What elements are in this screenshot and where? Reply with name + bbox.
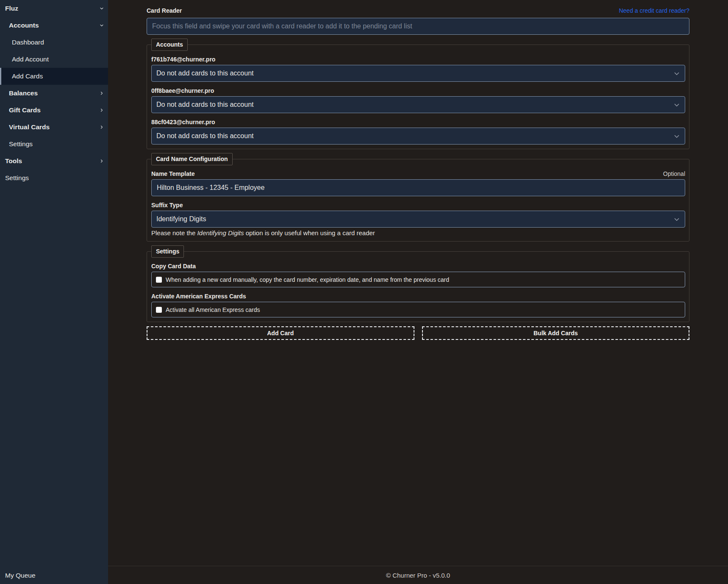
suffix-type-select[interactable]: Identifying Digits — [151, 211, 685, 228]
select-value: Do not add cards to this account — [156, 101, 253, 108]
account-email-label: 88cf0423@churner.pro — [151, 118, 685, 126]
suffix-note: Please note the Identifying Digits optio… — [151, 229, 685, 237]
copy-card-data-label: Copy Card Data — [151, 262, 685, 270]
bulk-add-cards-button[interactable]: Bulk Add Cards — [422, 326, 690, 340]
activate-amex-checkbox[interactable] — [156, 307, 162, 313]
account-email-label: f761b746@churner.pro — [151, 56, 685, 64]
checkbox-label: Activate all American Express cards — [166, 306, 260, 313]
account-email-label: 0ff8baee@churner.pro — [151, 87, 685, 95]
sidebar-item-gift-cards[interactable]: Gift Cards — [0, 102, 108, 119]
card-name-fieldset: Card Name Configuration Name Template Op… — [147, 153, 689, 242]
add-card-button[interactable]: Add Card — [147, 326, 414, 340]
chevron-down-icon — [99, 6, 104, 11]
sidebar: Fluz Accounts Dashboard Add Account Add … — [0, 0, 108, 584]
copy-card-data-row[interactable]: When adding a new card manually, copy th… — [151, 272, 685, 287]
sidebar-item-my-queue[interactable]: My Queue — [0, 567, 108, 584]
accounts-legend: Accounts — [151, 39, 188, 51]
activate-amex-label: Activate American Express Cards — [151, 292, 685, 300]
chevron-down-icon — [673, 70, 681, 78]
sidebar-item-tools[interactable]: Tools — [0, 153, 108, 170]
card-reader-input[interactable] — [147, 18, 689, 35]
sidebar-item-label: Settings — [9, 140, 33, 148]
accounts-fieldset: Accounts f761b746@churner.pro Do not add… — [147, 39, 689, 149]
name-template-input[interactable] — [151, 179, 685, 196]
sidebar-item-dashboard[interactable]: Dashboard — [0, 34, 108, 51]
sidebar-item-label: Accounts — [9, 22, 39, 29]
chevron-right-icon — [99, 108, 104, 113]
content: Card Reader Need a credit card reader? A… — [147, 0, 689, 566]
activate-amex-row[interactable]: Activate all American Express cards — [151, 302, 685, 317]
card-name-legend: Card Name Configuration — [151, 153, 233, 165]
account-select[interactable]: Do not add cards to this account — [151, 65, 685, 82]
settings-legend: Settings — [151, 245, 184, 258]
chevron-down-icon — [673, 101, 681, 109]
footer: © Churner Pro - v5.0.0 — [108, 566, 728, 584]
sidebar-item-accounts[interactable]: Accounts — [0, 17, 108, 34]
sidebar-item-label: Fluz — [5, 5, 18, 12]
name-template-label: Name Template — [151, 170, 195, 178]
copy-card-data-checkbox[interactable] — [156, 277, 162, 283]
account-select[interactable]: Do not add cards to this account — [151, 96, 685, 113]
sidebar-item-label: My Queue — [5, 572, 36, 579]
sidebar-item-settings[interactable]: Settings — [0, 170, 108, 186]
chevron-down-icon — [673, 133, 681, 140]
sidebar-item-add-cards[interactable]: Add Cards — [0, 68, 108, 85]
sidebar-item-label: Add Account — [12, 56, 49, 63]
optional-label: Optional — [663, 170, 685, 178]
select-value: Do not add cards to this account — [156, 132, 253, 140]
chevron-down-icon — [99, 23, 104, 28]
settings-fieldset: Settings Copy Card Data When adding a ne… — [147, 245, 689, 322]
sidebar-item-virtual-cards[interactable]: Virtual Cards — [0, 119, 108, 136]
sidebar-item-fluz[interactable]: Fluz — [0, 0, 108, 17]
card-reader-label: Card Reader — [147, 7, 182, 15]
chevron-right-icon — [99, 125, 104, 130]
sidebar-item-add-account[interactable]: Add Account — [0, 51, 108, 68]
sidebar-item-label: Tools — [5, 157, 22, 165]
footer-text: © Churner Pro - v5.0.0 — [386, 572, 450, 579]
sidebar-item-label: Virtual Cards — [9, 123, 50, 131]
chevron-right-icon — [99, 159, 104, 164]
chevron-down-icon — [673, 216, 681, 223]
main-area: Card Reader Need a credit card reader? A… — [108, 0, 728, 584]
sidebar-item-label: Settings — [5, 174, 29, 182]
account-select[interactable]: Do not add cards to this account — [151, 128, 685, 145]
sidebar-item-label: Balances — [9, 89, 38, 97]
need-card-reader-link[interactable]: Need a credit card reader? — [619, 7, 689, 15]
chevron-right-icon — [99, 91, 104, 96]
suffix-type-label: Suffix Type — [151, 201, 685, 209]
sidebar-item-balances[interactable]: Balances — [0, 85, 108, 102]
sidebar-item-label: Add Cards — [12, 72, 43, 80]
sidebar-item-label: Gift Cards — [9, 106, 41, 114]
checkbox-label: When adding a new card manually, copy th… — [166, 276, 449, 283]
sidebar-item-label: Dashboard — [12, 39, 44, 46]
sidebar-item-settings-sub[interactable]: Settings — [0, 136, 108, 153]
select-value: Identifying Digits — [156, 215, 206, 223]
select-value: Do not add cards to this account — [156, 70, 253, 77]
